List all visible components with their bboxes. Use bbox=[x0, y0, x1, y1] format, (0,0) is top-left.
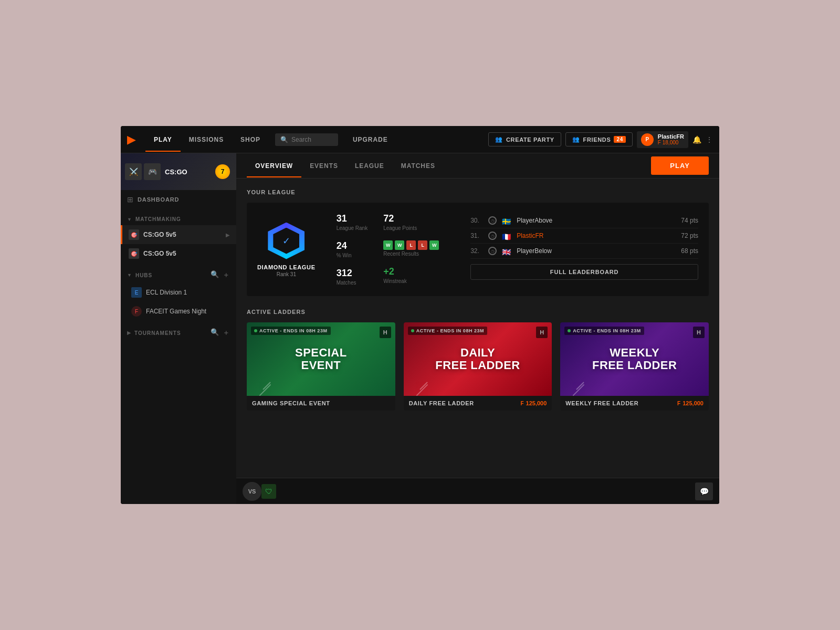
result-l1: L bbox=[406, 240, 416, 250]
party-icon: 👥 bbox=[495, 136, 503, 143]
active-dot-weekly bbox=[568, 329, 571, 332]
sidebar-item-csgo-1[interactable]: 🎯 CS:GO 5v5 ▶ bbox=[121, 225, 236, 244]
shield-badge[interactable]: 🛡 bbox=[261, 484, 276, 499]
ladder-title-weekly: WEEKLY FREE LADDER bbox=[592, 346, 677, 372]
hubs-section: ▼ HUBS 🔍 ＋ bbox=[121, 263, 236, 283]
friends-button[interactable]: 👥 FRIENDS 24 bbox=[565, 132, 633, 146]
active-label-special: ACTIVE - ENDS IN 08H 23M bbox=[259, 328, 328, 333]
h-badge-special: H bbox=[380, 327, 391, 338]
tournaments-title[interactable]: ▶ TOURNAMENTS 🔍 ＋ bbox=[127, 328, 230, 338]
league-points-value: 72 bbox=[383, 213, 439, 224]
nav-play[interactable]: PLAY bbox=[145, 128, 181, 152]
lb-pts-1: 72 pts bbox=[681, 232, 698, 239]
hex-shape: ✓ bbox=[268, 223, 304, 259]
league-rank-label: Rank 31 bbox=[277, 271, 296, 277]
more-options-icon[interactable]: ⋮ bbox=[706, 135, 713, 144]
ladder-footer-special: GAMING SPECIAL EVENT bbox=[247, 396, 395, 411]
ladder-thumb-daily: ACTIVE - ENDS IN 08H 23M H DAILY FREE LA… bbox=[404, 322, 552, 396]
content-body: YOUR LEAGUE ✓ DIAMOND LEAGUE Rank 3 bbox=[236, 178, 719, 478]
faceit-label: FACEIT Games Night bbox=[146, 308, 206, 315]
sidebar-item-ecl[interactable]: E ECL Division 1 bbox=[121, 283, 236, 302]
winstreak-label: Winstreak bbox=[383, 278, 439, 284]
stat-recent-results: W W L L W Recent Results bbox=[383, 240, 439, 257]
hub-search-icon[interactable]: 🔍 bbox=[211, 270, 219, 280]
lb-pts-2: 68 pts bbox=[681, 247, 698, 255]
user-info: PlasticFR F 18,000 bbox=[658, 133, 684, 145]
win-pct-label: % Win bbox=[337, 253, 368, 258]
diamond-hex: ✓ bbox=[267, 222, 305, 260]
results-row: W W L L W bbox=[383, 240, 439, 250]
winstreak-value: +2 bbox=[383, 266, 439, 277]
search-icon: 🔍 bbox=[280, 136, 288, 143]
search-input[interactable] bbox=[291, 136, 333, 143]
nav-shop[interactable]: SHOP bbox=[232, 128, 269, 152]
ladder-thumb-weekly: ACTIVE - ENDS IN 08H 23M H WEEKLY FREE L… bbox=[560, 322, 709, 396]
dashboard-icon: ⊞ bbox=[127, 195, 133, 204]
stat-matches: 312 Matches bbox=[337, 268, 368, 286]
ladder-card-special[interactable]: ACTIVE - ENDS IN 08H 23M H SPECIAL EVENT bbox=[247, 322, 395, 411]
lb-row-0: 30. ◷ 🇸🇪 PlayerAbove 74 pts bbox=[470, 213, 698, 228]
game-label: CS:GO bbox=[165, 168, 187, 176]
play-button[interactable]: PLAY bbox=[651, 156, 709, 175]
ladder-active-weekly: ACTIVE - ENDS IN 08H 23M bbox=[564, 327, 644, 335]
matches-value: 312 bbox=[337, 268, 368, 279]
tournaments-controls: 🔍 ＋ bbox=[211, 328, 230, 338]
matchmaking-label: MATCHMAKING bbox=[135, 216, 181, 222]
search-box[interactable]: 🔍 bbox=[275, 133, 338, 146]
tab-events[interactable]: EVENTS bbox=[301, 155, 346, 177]
sidebar: ⚔️ 🎮 CS:GO 7 ⊞ DASHBOARD ▼ MATCHMAKING 🎯 bbox=[121, 153, 236, 504]
bell-icon[interactable]: 🔔 bbox=[692, 135, 701, 144]
user-avatar: P bbox=[641, 133, 654, 146]
tab-matches[interactable]: MATCHES bbox=[393, 155, 444, 177]
csgo-icon-2: 🎯 bbox=[129, 248, 139, 259]
ladder-prize-daily: F 125,000 bbox=[520, 400, 547, 406]
hex-inner: ✓ bbox=[273, 228, 299, 254]
ladder-title-daily: DAILY FREE LADDER bbox=[435, 346, 520, 372]
matchmaking-title[interactable]: ▼ MATCHMAKING bbox=[127, 216, 230, 222]
nav-upgrade[interactable]: UPGRADE bbox=[344, 128, 396, 152]
lb-pts-0: 74 pts bbox=[681, 217, 698, 224]
dashboard-item[interactable]: ⊞ DASHBOARD bbox=[121, 190, 236, 209]
ladder-footer-weekly: WEEKLY FREE LADDER F 125,000 bbox=[560, 396, 709, 411]
ladder-active-special: ACTIVE - ENDS IN 08H 23M bbox=[251, 327, 331, 335]
vs-badge[interactable]: VS bbox=[243, 482, 261, 501]
sidebar-item-faceit[interactable]: F FACEIT Games Night bbox=[121, 302, 236, 321]
hubs-title[interactable]: ▼ HUBS 🔍 ＋ bbox=[127, 270, 230, 280]
lb-flag-1: 🇫🇷 bbox=[502, 233, 511, 239]
sidebar-item-csgo-2[interactable]: 🎯 CS:GO 5v5 bbox=[121, 244, 236, 263]
tab-overview[interactable]: OVERVIEW bbox=[247, 155, 301, 177]
hub-add-icon[interactable]: ＋ bbox=[223, 270, 230, 280]
tourney-add-icon[interactable]: ＋ bbox=[223, 328, 230, 338]
tourney-search-icon[interactable]: 🔍 bbox=[211, 328, 219, 338]
leaderboard-section: 30. ◷ 🇸🇪 PlayerAbove 74 pts 31. ◷ 🇫🇷 Pla… bbox=[470, 213, 698, 286]
friends-label: FRIENDS bbox=[583, 136, 611, 143]
friends-count: 24 bbox=[614, 136, 625, 143]
hubs-label: HUBS bbox=[135, 272, 152, 278]
stat-col-1: 31 League Rank 24 % Win 312 Matches bbox=[337, 213, 368, 286]
content: OVERVIEW EVENTS LEAGUE MATCHES PLAY YOUR… bbox=[236, 153, 719, 504]
lb-name-2: PlayerBelow bbox=[517, 247, 676, 255]
lb-indicator-2: ◷ bbox=[488, 247, 497, 255]
result-w2: W bbox=[395, 240, 404, 250]
game-icons: ⚔️ 🎮 bbox=[125, 163, 161, 180]
user-area[interactable]: P PlasticFR F 18,000 bbox=[637, 131, 688, 148]
create-party-button[interactable]: 👥 CREATE PARTY bbox=[488, 132, 561, 146]
full-leaderboard-button[interactable]: FULL LEADERBOARD bbox=[470, 264, 698, 280]
ladders-grid: ACTIVE - ENDS IN 08H 23M H SPECIAL EVENT bbox=[247, 322, 709, 411]
game-banner[interactable]: ⚔️ 🎮 CS:GO 7 bbox=[121, 153, 236, 190]
ladder-card-daily[interactable]: ACTIVE - ENDS IN 08H 23M H DAILY FREE LA… bbox=[404, 322, 552, 411]
chat-button[interactable]: 💬 bbox=[695, 482, 713, 500]
lb-indicator-1: ◷ bbox=[488, 232, 497, 240]
h-badge-daily: H bbox=[536, 327, 548, 338]
prize-icon-weekly: F bbox=[677, 401, 680, 406]
logo-icon[interactable]: ▶ bbox=[127, 133, 136, 146]
stat-league-points: 72 League Points bbox=[383, 213, 439, 231]
hex-check-icon: ✓ bbox=[282, 235, 290, 247]
main-layout: ⚔️ 🎮 CS:GO 7 ⊞ DASHBOARD ▼ MATCHMAKING 🎯 bbox=[121, 153, 719, 504]
csgo-icon-1: 🎯 bbox=[129, 229, 139, 240]
ladder-active-daily: ACTIVE - ENDS IN 08H 23M bbox=[408, 327, 488, 335]
nav-missions[interactable]: MISSIONS bbox=[181, 128, 232, 152]
ladder-card-weekly[interactable]: ACTIVE - ENDS IN 08H 23M H WEEKLY FREE L… bbox=[560, 322, 709, 411]
game-rank-badge: 7 bbox=[215, 164, 230, 179]
tab-league[interactable]: LEAGUE bbox=[346, 155, 393, 177]
